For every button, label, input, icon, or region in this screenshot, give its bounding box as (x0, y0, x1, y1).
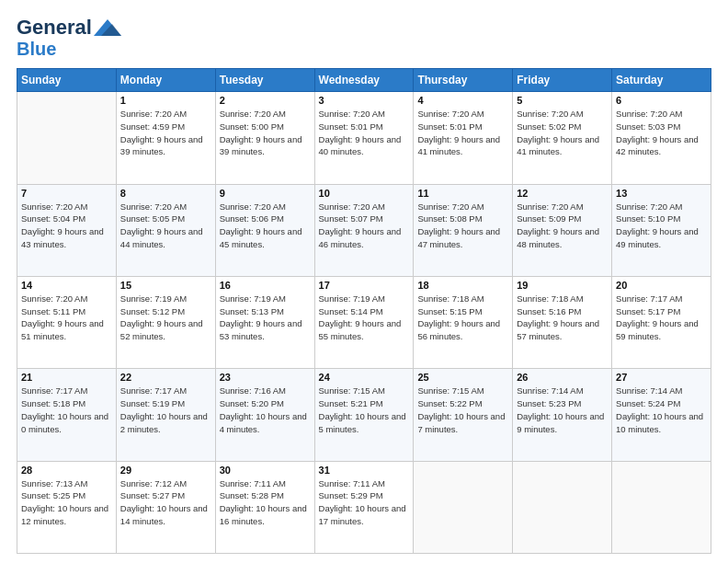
day-number: 18 (417, 280, 508, 291)
day-cell: 17Sunrise: 7:19 AMSunset: 5:14 PMDayligh… (314, 276, 414, 368)
day-cell: 3Sunrise: 7:20 AMSunset: 5:01 PMDaylight… (314, 92, 414, 184)
day-info: Sunrise: 7:20 AMSunset: 5:08 PMDaylight:… (417, 201, 508, 251)
day-cell: 19Sunrise: 7:18 AMSunset: 5:16 PMDayligh… (513, 276, 612, 368)
day-info: Sunrise: 7:17 AMSunset: 5:17 PMDaylight:… (616, 293, 707, 343)
page: General Blue SundayMondayTuesdayWednesda… (0, 0, 728, 563)
day-number: 11 (417, 188, 508, 199)
day-number: 9 (220, 188, 311, 199)
day-cell: 12Sunrise: 7:20 AMSunset: 5:09 PMDayligh… (513, 184, 612, 276)
week-row-4: 21Sunrise: 7:17 AMSunset: 5:18 PMDayligh… (17, 369, 711, 461)
day-info: Sunrise: 7:20 AMSunset: 5:05 PMDaylight:… (120, 201, 211, 251)
day-cell: 15Sunrise: 7:19 AMSunset: 5:12 PMDayligh… (116, 276, 215, 368)
day-number: 17 (319, 280, 410, 291)
day-info: Sunrise: 7:20 AMSunset: 5:01 PMDaylight:… (417, 108, 508, 158)
day-number: 2 (220, 95, 311, 106)
day-cell: 31Sunrise: 7:11 AMSunset: 5:29 PMDayligh… (314, 461, 414, 553)
day-cell: 7Sunrise: 7:20 AMSunset: 5:04 PMDaylight… (17, 184, 117, 276)
day-info: Sunrise: 7:20 AMSunset: 5:03 PMDaylight:… (616, 108, 707, 158)
day-number: 15 (120, 280, 211, 291)
day-info: Sunrise: 7:20 AMSunset: 5:11 PMDaylight:… (21, 293, 112, 343)
day-cell: 30Sunrise: 7:11 AMSunset: 5:28 PMDayligh… (215, 461, 314, 553)
weekday-header-friday: Friday (513, 69, 612, 92)
day-cell (414, 461, 513, 553)
day-cell: 11Sunrise: 7:20 AMSunset: 5:08 PMDayligh… (414, 184, 513, 276)
week-row-2: 7Sunrise: 7:20 AMSunset: 5:04 PMDaylight… (17, 184, 711, 276)
day-cell (17, 92, 117, 184)
day-info: Sunrise: 7:20 AMSunset: 5:04 PMDaylight:… (21, 201, 112, 251)
day-info: Sunrise: 7:20 AMSunset: 5:02 PMDaylight:… (517, 108, 608, 158)
day-info: Sunrise: 7:13 AMSunset: 5:25 PMDaylight:… (21, 477, 112, 528)
day-info: Sunrise: 7:20 AMSunset: 5:09 PMDaylight:… (517, 201, 608, 251)
day-cell: 9Sunrise: 7:20 AMSunset: 5:06 PMDaylight… (215, 184, 314, 276)
day-number: 14 (21, 280, 112, 291)
week-row-3: 14Sunrise: 7:20 AMSunset: 5:11 PMDayligh… (17, 276, 711, 368)
day-info: Sunrise: 7:20 AMSunset: 5:06 PMDaylight:… (220, 201, 311, 251)
day-number: 13 (616, 188, 707, 199)
day-number: 29 (120, 465, 211, 476)
day-cell: 5Sunrise: 7:20 AMSunset: 5:02 PMDaylight… (513, 92, 612, 184)
day-cell: 29Sunrise: 7:12 AMSunset: 5:27 PMDayligh… (116, 461, 215, 553)
logo-blue: Blue (17, 39, 56, 59)
day-cell: 27Sunrise: 7:14 AMSunset: 5:24 PMDayligh… (612, 369, 711, 461)
day-number: 5 (517, 95, 608, 106)
day-info: Sunrise: 7:19 AMSunset: 5:13 PMDaylight:… (220, 293, 311, 343)
day-info: Sunrise: 7:15 AMSunset: 5:21 PMDaylight:… (319, 385, 410, 435)
day-cell: 26Sunrise: 7:14 AMSunset: 5:23 PMDayligh… (513, 369, 612, 461)
day-info: Sunrise: 7:20 AMSunset: 5:10 PMDaylight:… (616, 201, 707, 251)
day-number: 23 (220, 372, 311, 383)
day-info: Sunrise: 7:14 AMSunset: 5:24 PMDaylight:… (616, 385, 707, 435)
day-info: Sunrise: 7:17 AMSunset: 5:19 PMDaylight:… (120, 385, 211, 435)
day-cell: 28Sunrise: 7:13 AMSunset: 5:25 PMDayligh… (17, 461, 117, 553)
day-info: Sunrise: 7:16 AMSunset: 5:20 PMDaylight:… (220, 385, 311, 435)
day-info: Sunrise: 7:19 AMSunset: 5:12 PMDaylight:… (120, 293, 211, 343)
weekday-header-row: SundayMondayTuesdayWednesdayThursdayFrid… (17, 69, 711, 92)
day-cell: 10Sunrise: 7:20 AMSunset: 5:07 PMDayligh… (314, 184, 414, 276)
day-number: 3 (319, 95, 410, 106)
day-number: 12 (517, 188, 608, 199)
day-number: 24 (319, 372, 410, 383)
header: General Blue (17, 17, 711, 59)
day-info: Sunrise: 7:20 AMSunset: 4:59 PMDaylight:… (120, 108, 211, 158)
day-info: Sunrise: 7:17 AMSunset: 5:18 PMDaylight:… (21, 385, 112, 435)
day-cell: 4Sunrise: 7:20 AMSunset: 5:01 PMDaylight… (414, 92, 513, 184)
day-cell: 14Sunrise: 7:20 AMSunset: 5:11 PMDayligh… (17, 276, 117, 368)
day-number: 19 (517, 280, 608, 291)
weekday-header-saturday: Saturday (612, 69, 711, 92)
day-info: Sunrise: 7:19 AMSunset: 5:14 PMDaylight:… (319, 293, 410, 343)
day-number: 28 (21, 465, 112, 476)
day-number: 22 (120, 372, 211, 383)
day-number: 26 (517, 372, 608, 383)
day-cell: 16Sunrise: 7:19 AMSunset: 5:13 PMDayligh… (215, 276, 314, 368)
logo-icon (94, 19, 121, 36)
weekday-header-tuesday: Tuesday (215, 69, 314, 92)
weekday-header-thursday: Thursday (414, 69, 513, 92)
day-info: Sunrise: 7:20 AMSunset: 5:01 PMDaylight:… (319, 108, 410, 158)
day-cell: 18Sunrise: 7:18 AMSunset: 5:15 PMDayligh… (414, 276, 513, 368)
day-cell: 2Sunrise: 7:20 AMSunset: 5:00 PMDaylight… (215, 92, 314, 184)
day-number: 10 (319, 188, 410, 199)
day-number: 7 (21, 188, 112, 199)
day-cell: 22Sunrise: 7:17 AMSunset: 5:19 PMDayligh… (116, 369, 215, 461)
day-number: 31 (319, 465, 410, 476)
day-number: 27 (616, 372, 707, 383)
day-info: Sunrise: 7:20 AMSunset: 5:07 PMDaylight:… (319, 201, 410, 251)
day-cell: 13Sunrise: 7:20 AMSunset: 5:10 PMDayligh… (612, 184, 711, 276)
day-info: Sunrise: 7:20 AMSunset: 5:00 PMDaylight:… (220, 108, 311, 158)
logo: General Blue (17, 17, 121, 59)
day-info: Sunrise: 7:14 AMSunset: 5:23 PMDaylight:… (517, 385, 608, 435)
day-cell: 20Sunrise: 7:17 AMSunset: 5:17 PMDayligh… (612, 276, 711, 368)
day-number: 8 (120, 188, 211, 199)
day-number: 30 (220, 465, 311, 476)
calendar-table: SundayMondayTuesdayWednesdayThursdayFrid… (17, 68, 711, 554)
logo-general: General (17, 17, 92, 39)
day-number: 16 (220, 280, 311, 291)
weekday-header-monday: Monday (116, 69, 215, 92)
day-cell: 23Sunrise: 7:16 AMSunset: 5:20 PMDayligh… (215, 369, 314, 461)
day-cell: 21Sunrise: 7:17 AMSunset: 5:18 PMDayligh… (17, 369, 117, 461)
weekday-header-sunday: Sunday (17, 69, 117, 92)
day-number: 21 (21, 372, 112, 383)
day-info: Sunrise: 7:11 AMSunset: 5:29 PMDaylight:… (319, 477, 410, 528)
day-cell: 1Sunrise: 7:20 AMSunset: 4:59 PMDaylight… (116, 92, 215, 184)
weekday-header-wednesday: Wednesday (314, 69, 414, 92)
day-cell: 8Sunrise: 7:20 AMSunset: 5:05 PMDaylight… (116, 184, 215, 276)
